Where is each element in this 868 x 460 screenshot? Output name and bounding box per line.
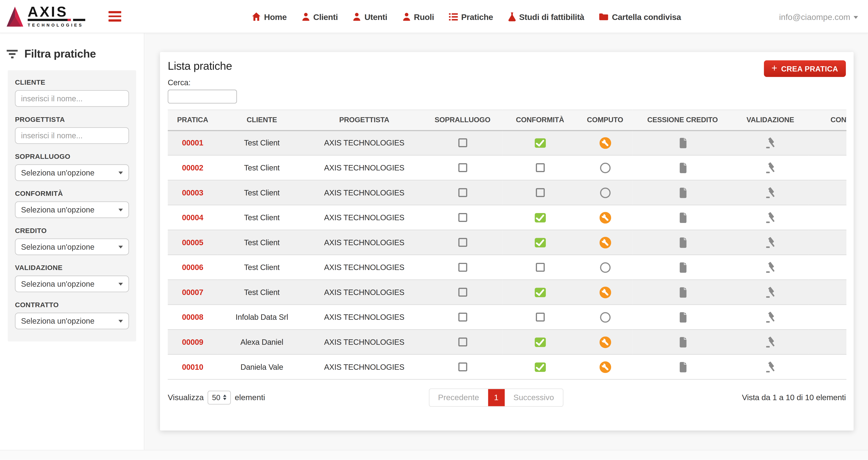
cessione-credito-document-icon[interactable]: [678, 138, 687, 148]
validazione-gavel-icon[interactable]: [764, 211, 776, 224]
conformita-checkbox[interactable]: [535, 188, 545, 197]
table-row: 00005Test ClientAXIS TECHNOLOGIES: [168, 230, 846, 255]
conformita-checked-icon[interactable]: [534, 362, 546, 372]
pratica-link[interactable]: 00003: [182, 188, 203, 197]
computo-wrench-icon[interactable]: [599, 336, 611, 348]
conformita-checkbox[interactable]: [535, 263, 545, 272]
table-body: 00001Test ClientAXIS TECHNOLOGIES00002Te…: [168, 130, 846, 380]
validazione-gavel-icon[interactable]: [764, 286, 776, 298]
pratica-link[interactable]: 00006: [182, 263, 203, 272]
contratto-cell: [808, 355, 846, 380]
cessione-credito-document-icon[interactable]: [678, 362, 687, 372]
pratica-link[interactable]: 00009: [182, 338, 203, 347]
conformita-checked-icon[interactable]: [534, 238, 546, 247]
validazione-gavel-icon[interactable]: [764, 261, 776, 273]
cessione-credito-document-icon[interactable]: [678, 187, 687, 198]
validazione-gavel-icon[interactable]: [764, 236, 776, 249]
filter-select-contratto[interactable]: Seleziona un'opzione: [15, 313, 129, 329]
computo-wrench-icon[interactable]: [599, 212, 611, 223]
column-header-validazione[interactable]: VALIDAZIONE: [733, 110, 808, 130]
pratica-link[interactable]: 00002: [182, 163, 203, 172]
conformita-checked-icon[interactable]: [534, 288, 546, 297]
column-header-cliente[interactable]: CLIENTE: [218, 110, 306, 130]
filter-input-cliente[interactable]: [15, 90, 129, 107]
computo-pending-circle-icon[interactable]: [600, 312, 610, 322]
nav-item-cartella-condivisa[interactable]: Cartella condivisa: [599, 12, 681, 21]
validazione-gavel-icon[interactable]: [764, 311, 776, 323]
filter-select-sopralluogo[interactable]: Seleziona un'opzione: [15, 164, 129, 181]
nav-item-studi-di-fattibilit-[interactable]: Studi di fattibilità: [508, 12, 584, 21]
cessione-credito-document-icon[interactable]: [678, 212, 687, 223]
nav-item-pratiche[interactable]: Pratiche: [449, 12, 493, 21]
cessione-credito-document-icon[interactable]: [678, 262, 687, 272]
computo-pending-circle-icon[interactable]: [600, 262, 610, 272]
view-info-text: Vista da 1 a 10 di 10 elementi: [742, 393, 846, 402]
axis-logo[interactable]: AXIS TECHNOLOGIES: [6, 0, 85, 33]
computo-wrench-icon[interactable]: [599, 137, 611, 149]
cessione-credito-document-icon[interactable]: [678, 163, 687, 173]
cessione-credito-document-icon[interactable]: [678, 312, 687, 322]
filter-input-progettista[interactable]: [15, 127, 129, 144]
contratto-cell: [808, 280, 846, 305]
validazione-gavel-icon[interactable]: [764, 162, 776, 174]
pratica-link[interactable]: 00010: [182, 362, 203, 371]
sopralluogo-checkbox[interactable]: [458, 138, 467, 147]
column-header-conformit-[interactable]: CONFORMITÀ: [503, 110, 577, 130]
sopralluogo-checkbox[interactable]: [458, 188, 467, 197]
validazione-gavel-icon[interactable]: [764, 336, 776, 348]
conformita-checked-icon[interactable]: [534, 213, 546, 222]
filter-select-credito[interactable]: Seleziona un'opzione: [15, 238, 129, 255]
cessione-credito-document-icon[interactable]: [678, 337, 687, 347]
next-page-button[interactable]: Successivo: [504, 389, 563, 406]
cessione-credito-document-icon[interactable]: [678, 287, 687, 297]
pratica-link[interactable]: 00008: [182, 313, 203, 322]
computo-wrench-icon[interactable]: [599, 236, 611, 248]
validazione-gavel-icon[interactable]: [764, 137, 776, 149]
sopralluogo-checkbox[interactable]: [458, 288, 467, 297]
sopralluogo-checkbox[interactable]: [458, 213, 467, 222]
pratica-link[interactable]: 00004: [182, 213, 203, 222]
column-header-contratto[interactable]: CONTRATTO: [808, 110, 846, 130]
computo-wrench-icon[interactable]: [599, 361, 611, 373]
sopralluogo-checkbox[interactable]: [458, 163, 467, 172]
computo-pending-circle-icon[interactable]: [600, 187, 610, 198]
nav-item-clienti[interactable]: Clienti: [302, 12, 338, 21]
current-page-button[interactable]: 1: [488, 389, 504, 406]
sopralluogo-checkbox[interactable]: [458, 362, 467, 371]
sopralluogo-checkbox[interactable]: [458, 313, 467, 322]
validazione-gavel-icon[interactable]: [764, 187, 776, 199]
search-label: Cerca:: [168, 78, 191, 87]
user-account-dropdown[interactable]: info@ciaompe.com: [779, 0, 858, 33]
conformita-checked-icon[interactable]: [534, 337, 546, 347]
filter-select-validazione[interactable]: Seleziona un'opzione: [15, 275, 129, 292]
column-header-cessione-credito[interactable]: CESSIONE CREDITO: [633, 110, 733, 130]
computo-pending-circle-icon[interactable]: [600, 163, 610, 173]
sopralluogo-checkbox[interactable]: [458, 338, 467, 347]
column-header-pratica[interactable]: PRATICA: [168, 110, 218, 130]
column-header-computo[interactable]: COMPUTO: [577, 110, 633, 130]
column-header-progettista[interactable]: PROGETTISTA: [306, 110, 423, 130]
cliente-cell: Test Client: [218, 230, 306, 255]
pratica-link[interactable]: 00001: [182, 138, 203, 147]
page-size-select[interactable]: 50: [208, 391, 231, 404]
computo-wrench-icon[interactable]: [599, 287, 611, 298]
search-input[interactable]: [168, 90, 237, 103]
nav-item-home[interactable]: Home: [252, 12, 287, 21]
previous-page-button[interactable]: Precedente: [429, 389, 488, 406]
column-header-sopralluogo[interactable]: SOPRALLUOGO: [423, 110, 503, 130]
crea-pratica-button[interactable]: + CREA PRATICA: [764, 60, 846, 77]
cessione-credito-document-icon[interactable]: [678, 237, 687, 248]
conformita-checkbox[interactable]: [535, 163, 545, 172]
sopralluogo-checkbox[interactable]: [458, 238, 467, 247]
sopralluogo-checkbox[interactable]: [458, 263, 467, 272]
pratica-link[interactable]: 00007: [182, 288, 203, 297]
nav-item-ruoli[interactable]: Ruoli: [402, 12, 434, 21]
pratica-link[interactable]: 00005: [182, 238, 203, 247]
hamburger-menu-icon[interactable]: [108, 11, 121, 22]
conformita-checkbox[interactable]: [535, 313, 545, 322]
validazione-gavel-icon[interactable]: [764, 361, 776, 373]
conformita-checked-icon[interactable]: [534, 138, 546, 148]
filter-select-conformità[interactable]: Seleziona un'opzione: [15, 201, 129, 218]
nav-item-utenti[interactable]: Utenti: [353, 12, 387, 21]
table-row: 00009Alexa DanielAXIS TECHNOLOGIES: [168, 329, 846, 355]
